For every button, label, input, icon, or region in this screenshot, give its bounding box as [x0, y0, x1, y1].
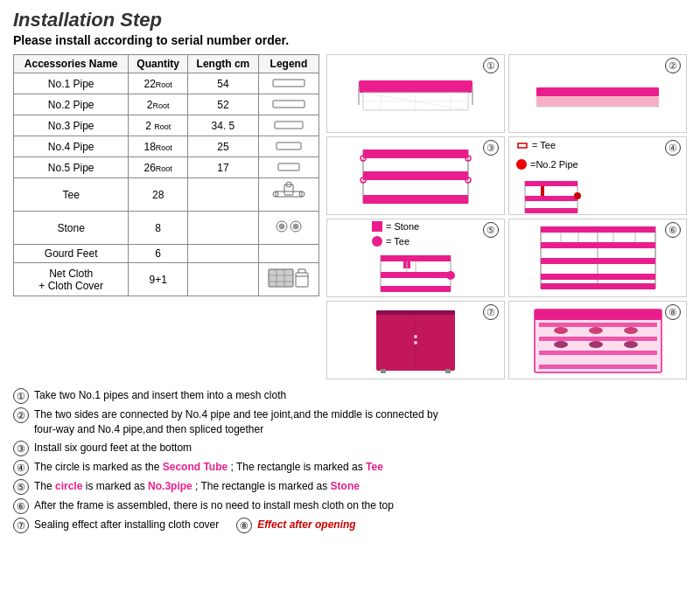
instr-num-1: ①	[13, 388, 29, 404]
step-number-7: ⑦	[483, 304, 499, 320]
instruction-7: ⑦ Sealing effect after installing cloth …	[13, 518, 219, 533]
diagram-1-svg	[346, 63, 486, 124]
diagram-step-1: ①	[326, 54, 505, 133]
part-name: Net Cloth+ Cloth Cover	[14, 263, 129, 296]
part-length	[188, 178, 259, 212]
highlight-stone: Stone	[331, 480, 360, 492]
bottom-instructions: ⑦ Sealing effect after installing cloth …	[13, 518, 687, 537]
part-name: No.3 Pipe	[14, 115, 129, 136]
svg-point-80	[414, 335, 417, 338]
instr-text-8: Effect after opening	[257, 518, 355, 532]
instr-num-3: ③	[13, 441, 29, 456]
diagram-step-7: ⑦	[326, 301, 505, 379]
part-legend	[258, 73, 318, 94]
part-name: No.4 Pipe	[14, 136, 129, 157]
table-row: No.3 Pipe 2 Root 34. 5	[14, 115, 319, 136]
part-qty: 28	[129, 178, 188, 212]
diagram-6-svg	[530, 222, 666, 294]
instruction-8: ⑧ Effect after opening	[236, 518, 355, 533]
svg-rect-5	[276, 191, 302, 197]
table-row: No.4 Pipe 18Root 25	[14, 136, 319, 157]
circle-pink-icon	[372, 236, 382, 247]
table-row: Gourd Feet 6	[14, 245, 319, 263]
svg-rect-69	[541, 226, 655, 233]
part-length	[188, 245, 259, 263]
svg-rect-71	[541, 258, 655, 264]
instr-num-4: ④	[13, 460, 29, 476]
col-header-qty: Quantity	[129, 55, 188, 73]
svg-rect-87	[539, 323, 657, 327]
tee-legend-label: = Tee	[532, 140, 556, 150]
instr-num-2: ②	[13, 407, 29, 423]
step-number-2: ②	[665, 58, 681, 73]
part-qty: 6	[129, 245, 188, 263]
instr-text-6: After the frame is assembled, there is n…	[34, 498, 394, 513]
svg-point-11	[279, 224, 284, 229]
part-length: 25	[188, 136, 259, 157]
square-pink-icon	[372, 221, 382, 232]
instruction-3: ③ Install six gourd feet at the bottom	[13, 441, 687, 456]
part-legend	[258, 136, 318, 157]
svg-point-81	[414, 341, 417, 344]
table-row: Stone 8	[14, 212, 319, 245]
step-number-8: ⑧	[665, 304, 681, 320]
table-row: No.2 Pipe 2Root 52	[14, 94, 319, 115]
svg-rect-53	[525, 196, 578, 201]
instruction-5: ⑤ The circle is marked as No.3pipe ; The…	[13, 479, 687, 495]
instr-num-7: ⑦	[13, 518, 29, 533]
instruction-2: ② The two sides are connected by No.4 pi…	[13, 407, 687, 437]
svg-rect-0	[273, 80, 304, 87]
col-header-length: Length cm	[188, 55, 259, 73]
part-name: No.1 Pipe	[14, 73, 129, 94]
instr-text-3: Install six gourd feet at the bottom	[34, 441, 192, 456]
highlight-second-tube: Second Tube	[163, 461, 228, 473]
part-qty: 9+1	[129, 263, 188, 296]
svg-rect-88	[539, 337, 657, 341]
svg-rect-61	[381, 286, 451, 292]
table-row: No.5 Pipe 26Root 17	[14, 157, 319, 178]
part-qty: 2 Root	[129, 115, 188, 136]
step-number-3: ③	[483, 140, 499, 156]
col-header-legend: Legend	[258, 55, 318, 73]
circle-red-icon	[516, 159, 527, 170]
part-legend	[258, 115, 318, 136]
diagram-3-svg	[346, 141, 486, 211]
svg-point-94	[554, 341, 568, 348]
step-number-4: ④	[665, 140, 681, 156]
diagram-step-5: ⑤ = Stone = Tee	[326, 219, 505, 297]
part-length: 54	[188, 73, 259, 94]
diagram-8-svg	[530, 305, 666, 375]
svg-rect-38	[363, 150, 468, 158]
svg-rect-73	[541, 283, 655, 289]
svg-rect-60	[381, 272, 451, 278]
svg-rect-70	[541, 242, 655, 248]
step-number-5: ⑤	[483, 222, 499, 238]
svg-rect-55	[541, 186, 544, 196]
svg-point-92	[589, 327, 603, 334]
svg-rect-82	[381, 369, 386, 373]
part-legend	[258, 178, 318, 212]
step-number-6: ⑥	[665, 222, 681, 238]
svg-point-95	[589, 341, 603, 348]
table-row: No.1 Pipe 22Root 54	[14, 73, 319, 94]
diagram-2-svg	[528, 63, 668, 124]
svg-point-56	[574, 192, 581, 199]
diagrams-grid: ① ②	[326, 54, 687, 379]
instr-num-6: ⑥	[13, 498, 29, 514]
svg-rect-1	[273, 101, 304, 108]
instruction-4: ④ The circle is marked as the Second Tub…	[13, 460, 687, 476]
svg-rect-2	[275, 122, 303, 129]
svg-rect-24	[359, 80, 472, 93]
part-qty: 26Root	[129, 157, 188, 178]
svg-rect-54	[525, 208, 578, 213]
instr-num-8: ⑧	[236, 518, 252, 533]
highlight-no3pipe: No.3pipe	[148, 480, 192, 492]
svg-rect-49	[518, 143, 527, 148]
part-legend	[258, 212, 318, 245]
part-name: No.2 Pipe	[14, 94, 129, 115]
part-length: 17	[188, 157, 259, 178]
part-length: 34. 5	[188, 115, 259, 136]
svg-rect-89	[539, 351, 657, 355]
part-name: No.5 Pipe	[14, 157, 129, 178]
diagram-step-8: ⑧	[508, 301, 687, 379]
